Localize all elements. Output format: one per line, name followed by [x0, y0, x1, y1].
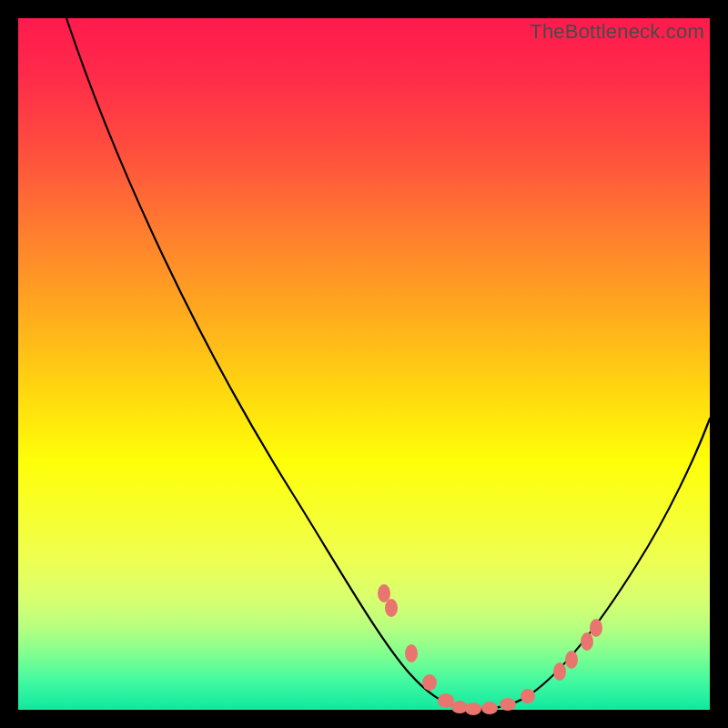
- marker-dot: [500, 698, 516, 711]
- marker-dot: [581, 632, 593, 651]
- marker-dot: [481, 702, 498, 714]
- marker-dot: [385, 599, 398, 617]
- marker-dot: [422, 674, 437, 691]
- marker-group: [378, 584, 602, 715]
- marker-dot: [405, 644, 418, 662]
- marker-dot: [521, 689, 535, 703]
- marker-dot: [553, 662, 566, 681]
- chart-frame: TheBottleneck.com: [18, 18, 710, 710]
- marker-dot: [565, 651, 578, 669]
- watermark-text: TheBottleneck.com: [530, 20, 704, 44]
- bottleneck-curve: [18, 18, 710, 710]
- marker-dot: [451, 701, 468, 713]
- marker-dot: [465, 703, 481, 715]
- marker-dot: [378, 584, 390, 602]
- marker-dot: [590, 619, 602, 637]
